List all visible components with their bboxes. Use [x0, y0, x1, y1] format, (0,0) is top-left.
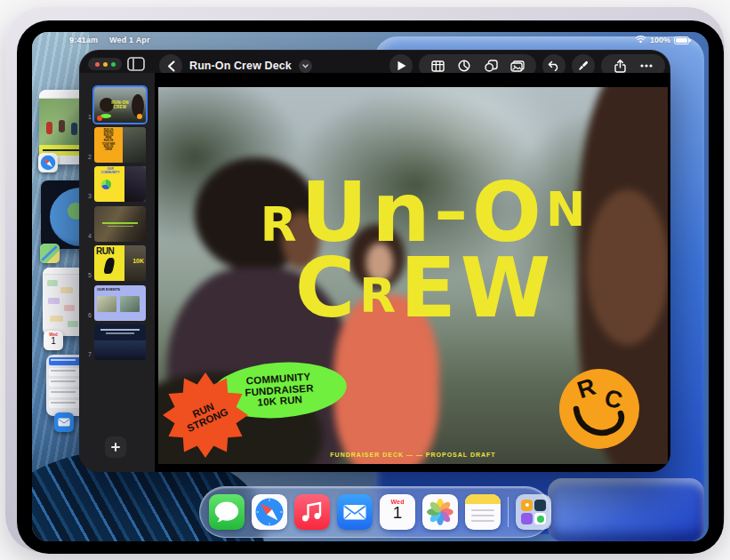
- slide-thumbnail-1[interactable]: RUN-ONCREW: [94, 87, 146, 123]
- slide-row-3[interactable]: 3 OURCOMMUNITY: [81, 166, 146, 202]
- slide-row-6[interactable]: 6 OUR EVENTS: [81, 285, 146, 321]
- slide-number: 1: [81, 114, 92, 123]
- slide-number: 2: [81, 154, 92, 163]
- title-menu-button[interactable]: [299, 60, 312, 73]
- status-time: 9:41am: [69, 36, 98, 44]
- ipad-device: 9:41am Wed 1 Apr 100%: [5, 7, 725, 553]
- current-slide[interactable]: RUn–ON CREW COMMUNITYFUNDRAISER10K RUN R…: [158, 87, 668, 464]
- document-title[interactable]: Run-On Crew Deck: [189, 60, 292, 72]
- messages-app-icon[interactable]: [209, 494, 245, 530]
- slide-canvas[interactable]: RUn–ON CREW COMMUNITYFUNDRAISER10K RUN R…: [155, 73, 670, 472]
- slide-row-2[interactable]: 2 RUN-ONSTRONGRUN-ONFREERUN-ONTOGETHERRU…: [81, 127, 146, 163]
- slide-title[interactable]: RUn–ON CREW: [194, 176, 656, 326]
- dock-divider: [508, 497, 509, 527]
- slide-thumbnail-3[interactable]: OURCOMMUNITY: [94, 166, 146, 202]
- minimize-icon[interactable]: [103, 62, 108, 67]
- slide-thumbnail-5[interactable]: RUN 10K: [94, 245, 146, 281]
- slide-navigator: 1 RUN-ONCREW 2 RUN-ONSTRONGRUN-ONFREERUN…: [79, 73, 155, 472]
- slide-thumbnail-2[interactable]: RUN-ONSTRONGRUN-ONFREERUN-ONTOGETHERRUN-…: [94, 127, 146, 163]
- status-date: Wed 1 Apr: [109, 36, 150, 44]
- battery-percent: 100%: [650, 36, 670, 44]
- calendar-icon[interactable]: Wed 1: [44, 331, 63, 350]
- window-controls[interactable]: [88, 58, 122, 70]
- mail-app-icon[interactable]: [337, 494, 373, 530]
- slide-thumbnail-6[interactable]: OUR EVENTS: [94, 285, 146, 321]
- slide-number: 3: [81, 193, 92, 202]
- slide-number: 4: [81, 233, 92, 242]
- music-app-icon[interactable]: [294, 494, 330, 530]
- status-bar-right: 100%: [635, 36, 689, 44]
- ipad-screen: 9:41am Wed 1 Apr 100%: [32, 32, 709, 541]
- slide-number: 7: [81, 351, 92, 360]
- slide5-thumb-10k: 10K: [132, 258, 144, 264]
- slide-row-4[interactable]: 4: [81, 206, 146, 242]
- slide-number: 6: [81, 312, 92, 321]
- slide-row-7[interactable]: 7: [81, 324, 146, 360]
- maps-icon[interactable]: [40, 244, 60, 263]
- wallpaper-pillow: [548, 478, 704, 541]
- safari-app-icon[interactable]: [252, 494, 287, 530]
- calendar-day: 1: [380, 505, 415, 521]
- mail-icon[interactable]: [54, 412, 74, 432]
- battery-icon: [674, 36, 689, 44]
- wifi-icon: [635, 36, 646, 44]
- keynote-window: Run-On Crew Deck: [79, 50, 670, 472]
- slide-title-line2: CREW: [194, 252, 656, 327]
- status-bar-left: 9:41am Wed 1 Apr: [69, 36, 150, 44]
- slide-footer[interactable]: FUNDRAISER DECK — — PROPOSAL DRAFT: [158, 452, 668, 458]
- plus-icon: [111, 443, 120, 452]
- calendar-app-icon[interactable]: Wed 1: [380, 494, 415, 530]
- slide-row-1[interactable]: 1 RUN-ONCREW: [81, 87, 146, 123]
- community-badge-text: COMMUNITYFUNDRAISER10K RUN: [244, 372, 315, 410]
- slide6-thumb-title: OUR EVENTS: [97, 287, 120, 292]
- run-strong-badge[interactable]: RUNSTRONG: [162, 372, 249, 459]
- dock: Wed 1: [199, 486, 551, 538]
- slide-thumbnail-7[interactable]: [94, 324, 146, 360]
- slide-number: 5: [81, 272, 92, 281]
- add-slide-button[interactable]: [105, 436, 126, 458]
- slide-thumbnail-4[interactable]: [94, 206, 146, 242]
- calendar-day: 1: [44, 337, 63, 346]
- notes-app-icon[interactable]: [465, 494, 501, 530]
- rc-smiley-badge[interactable]: R C: [558, 368, 640, 450]
- photos-app-icon[interactable]: [422, 494, 458, 530]
- close-icon[interactable]: [95, 62, 100, 67]
- safari-icon[interactable]: [38, 153, 58, 172]
- rc-smiley-shape: [558, 368, 640, 450]
- slide-row-5[interactable]: 5 RUN 10K: [81, 245, 146, 281]
- slide5-thumb-title: RUN: [96, 246, 114, 256]
- view-options-button[interactable]: [127, 57, 145, 71]
- app-library-icon[interactable]: [516, 494, 551, 530]
- slide3-thumb-title: OURCOMMUNITY: [96, 168, 124, 174]
- slide2-thumb-text: RUN-ONSTRONGRUN-ONFREERUN-ONTOGETHERRUN-…: [94, 127, 123, 163]
- zoom-icon[interactable]: [111, 62, 116, 67]
